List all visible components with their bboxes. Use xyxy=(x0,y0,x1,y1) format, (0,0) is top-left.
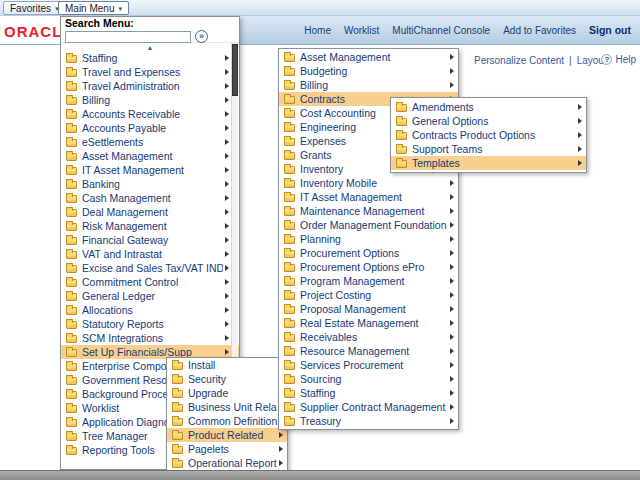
menu-item-label: Billing xyxy=(300,78,448,92)
folder-icon xyxy=(66,97,77,105)
search-go-button[interactable]: » xyxy=(195,30,208,43)
submenu-arrow-icon xyxy=(225,83,229,89)
nav-link[interactable]: Worklist xyxy=(344,25,379,36)
submenu-arrow-icon xyxy=(225,251,229,257)
menu-item-label: IT Asset Management xyxy=(82,163,223,177)
folder-icon xyxy=(66,279,77,287)
menu-item-label: Pagelets xyxy=(188,442,277,456)
contracts-submenu-item[interactable]: Support Teams xyxy=(391,142,586,156)
product-related-submenu-item[interactable]: Order Management Foundation xyxy=(279,218,458,232)
product-related-submenu-item[interactable]: IT Asset Management xyxy=(279,190,458,204)
menu-scroll-up-icon[interactable]: ▲ xyxy=(61,43,239,51)
nav-link[interactable]: MultiChannel Console xyxy=(392,25,490,36)
main-menu-item[interactable]: Billing xyxy=(61,93,239,107)
main-menu-item[interactable]: IT Asset Management xyxy=(61,163,239,177)
contracts-submenu-item[interactable]: Contracts Product Options xyxy=(391,128,586,142)
main-menu-item[interactable]: Asset Management xyxy=(61,149,239,163)
main-menu-item[interactable]: VAT and Intrastat xyxy=(61,247,239,261)
setup-submenu-item[interactable]: Common Definitions xyxy=(167,414,287,428)
menu-search-input[interactable] xyxy=(65,31,191,43)
product-related-submenu-item[interactable]: Staffing xyxy=(279,386,458,400)
setup-submenu-item[interactable]: Install xyxy=(167,358,287,372)
sign-out-link[interactable]: Sign out xyxy=(589,24,631,36)
product-related-submenu-item[interactable]: Receivables xyxy=(279,330,458,344)
product-related-submenu-item[interactable]: Supplier Contract Management xyxy=(279,400,458,414)
main-menu-item[interactable]: Deal Management xyxy=(61,205,239,219)
menu-item-label: SCM Integrations xyxy=(82,331,223,345)
folder-icon xyxy=(284,292,295,300)
main-menu-item[interactable]: Statutory Reports xyxy=(61,317,239,331)
product-related-submenu-item[interactable]: Inventory Mobile xyxy=(279,176,458,190)
product-related-submenu-item[interactable]: Asset Management xyxy=(279,50,458,64)
submenu-arrow-icon xyxy=(578,160,582,166)
separator: | xyxy=(569,55,572,66)
menu-item-label: eSettlements xyxy=(82,135,223,149)
product-related-submenu-item[interactable]: Procurement Options ePro xyxy=(279,260,458,274)
folder-icon xyxy=(66,363,77,371)
main-menu-item[interactable]: Banking xyxy=(61,177,239,191)
folder-icon xyxy=(284,124,295,132)
window-chrome-bottom xyxy=(0,470,640,480)
submenu-arrow-icon xyxy=(450,348,454,354)
product-related-submenu-item[interactable]: Real Estate Management xyxy=(279,316,458,330)
product-related-submenu-item[interactable]: Budgeting xyxy=(279,64,458,78)
main-menu-button[interactable]: Main Menu ▾ xyxy=(58,1,129,15)
setup-submenu-item[interactable]: Pagelets xyxy=(167,442,287,456)
folder-icon xyxy=(284,96,295,104)
main-menu-item[interactable]: Risk Management xyxy=(61,219,239,233)
product-related-submenu-item[interactable]: Billing xyxy=(279,78,458,92)
main-menu-item[interactable]: Staffing xyxy=(61,51,239,65)
setup-submenu-item[interactable]: Security xyxy=(167,372,287,386)
menu-item-label: Inventory Mobile xyxy=(300,176,448,190)
main-menu-item[interactable]: Commitment Control xyxy=(61,275,239,289)
personalize-links: Personalize Content | Layout xyxy=(474,55,607,66)
menu-item-label: Security xyxy=(188,372,277,386)
contracts-submenu-item[interactable]: Amendments xyxy=(391,100,586,114)
setup-submenu-item[interactable]: Business Unit Related xyxy=(167,400,287,414)
main-menu-item[interactable]: Accounts Payable xyxy=(61,121,239,135)
contracts-submenu-item[interactable]: Templates xyxy=(391,156,586,170)
main-menu-item[interactable]: Travel Administration xyxy=(61,79,239,93)
product-related-submenu-item[interactable]: Treasury xyxy=(279,414,458,428)
menu-scrollbar-thumb[interactable] xyxy=(232,44,238,96)
header-nav: Home Worklist MultiChannel Console Add t… xyxy=(304,25,576,36)
product-related-submenu-item[interactable]: Services Procurement xyxy=(279,358,458,372)
menu-item-label: Travel Administration xyxy=(82,79,223,93)
folder-icon xyxy=(284,376,295,384)
menu-item-label: Project Costing xyxy=(300,288,448,302)
product-related-submenu-item[interactable]: Maintenance Management xyxy=(279,204,458,218)
product-related-submenu-item[interactable]: Proposal Management xyxy=(279,302,458,316)
nav-link[interactable]: Home xyxy=(304,25,331,36)
submenu-arrow-icon xyxy=(225,55,229,61)
folder-icon xyxy=(172,362,183,370)
main-menu-item[interactable]: Excise and Sales Tax/VAT IND xyxy=(61,261,239,275)
menu-item-label: Program Management xyxy=(300,274,448,288)
setup-submenu-item[interactable]: Operational Reporting xyxy=(167,456,287,470)
contracts-submenu-item[interactable]: General Options xyxy=(391,114,586,128)
main-menu-item[interactable]: Cash Management xyxy=(61,191,239,205)
product-related-submenu-item[interactable]: Procurement Options xyxy=(279,246,458,260)
product-related-submenu-item[interactable]: Resource Management xyxy=(279,344,458,358)
main-menu-item[interactable]: Allocations xyxy=(61,303,239,317)
product-related-submenu-item[interactable]: Planning xyxy=(279,232,458,246)
help-icon: ? xyxy=(601,54,612,65)
setup-submenu-item[interactable]: Product Related xyxy=(167,428,287,442)
main-menu-item[interactable]: Accounts Receivable xyxy=(61,107,239,121)
submenu-arrow-icon xyxy=(450,236,454,242)
setup-submenu-item[interactable]: Upgrade xyxy=(167,386,287,400)
product-related-submenu-item[interactable]: Program Management xyxy=(279,274,458,288)
main-menu-item[interactable]: SCM Integrations xyxy=(61,331,239,345)
main-menu-item[interactable]: General Ledger xyxy=(61,289,239,303)
main-menu-item[interactable]: Financial Gateway xyxy=(61,233,239,247)
product-related-submenu-item[interactable]: Project Costing xyxy=(279,288,458,302)
favorites-menu-button[interactable]: Favorites ▾ xyxy=(3,1,66,15)
personalize-content-link[interactable]: Personalize Content xyxy=(474,55,564,66)
main-menu-item[interactable]: Travel and Expenses xyxy=(61,65,239,79)
folder-icon xyxy=(66,293,77,301)
help-link[interactable]: ? Help xyxy=(601,54,636,65)
product-related-submenu-item[interactable]: Sourcing xyxy=(279,372,458,386)
nav-link[interactable]: Add to Favorites xyxy=(503,25,576,36)
main-menu-item[interactable]: eSettlements xyxy=(61,135,239,149)
folder-icon xyxy=(284,278,295,286)
submenu-arrow-icon xyxy=(450,320,454,326)
